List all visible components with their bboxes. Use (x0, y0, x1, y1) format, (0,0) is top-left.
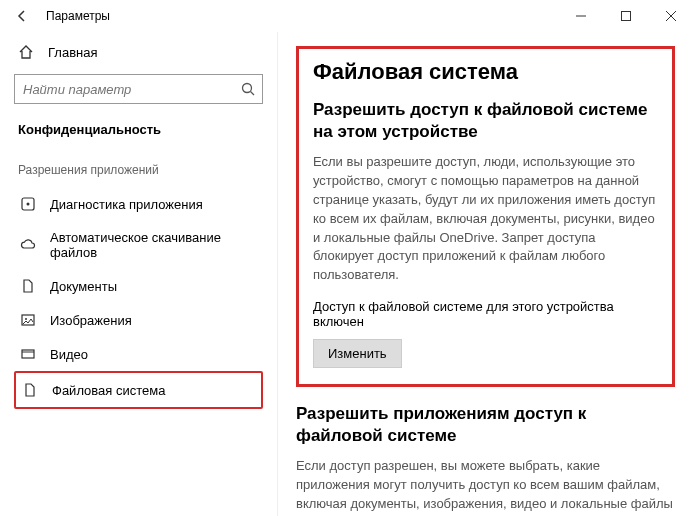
search-wrapper (14, 74, 263, 104)
app-permissions-heading: Разрешения приложений (14, 149, 263, 187)
access-status: Доступ к файловой системе для этого устр… (313, 299, 658, 329)
section2-title: Разрешить приложениям доступ к файловой … (296, 403, 675, 447)
video-icon (20, 346, 36, 362)
home-label: Главная (48, 45, 97, 60)
back-button[interactable] (8, 2, 36, 30)
maximize-button[interactable] (603, 0, 648, 32)
window-title: Параметры (46, 9, 110, 23)
sidebar-item-images[interactable]: Изображения (14, 303, 263, 337)
file-icon (22, 382, 38, 398)
diagnostics-icon (20, 196, 36, 212)
sidebar: Главная Конфиденциальность Разрешения пр… (0, 32, 278, 516)
content-area: Файловая система Разрешить доступ к файл… (278, 32, 693, 516)
svg-rect-10 (22, 350, 34, 358)
privacy-heading: Конфиденциальность (14, 116, 263, 149)
change-button[interactable]: Изменить (313, 339, 402, 368)
sidebar-item-diagnostics[interactable]: Диагностика приложения (14, 187, 263, 221)
sidebar-item-label: Автоматическое скачивание файлов (50, 230, 257, 260)
sidebar-item-label: Файловая система (52, 383, 165, 398)
svg-point-9 (25, 318, 27, 320)
close-button[interactable] (648, 0, 693, 32)
svg-point-4 (243, 84, 252, 93)
sidebar-item-label: Изображения (50, 313, 132, 328)
sidebar-item-label: Диагностика приложения (50, 197, 203, 212)
highlighted-section: Файловая система Разрешить доступ к файл… (296, 46, 675, 387)
svg-line-5 (251, 92, 255, 96)
search-icon (241, 82, 255, 96)
titlebar: Параметры (0, 0, 693, 32)
section1-desc: Если вы разрешите доступ, люди, использу… (313, 153, 658, 285)
sidebar-item-filesystem[interactable]: Файловая система (14, 371, 263, 409)
svg-point-7 (27, 203, 30, 206)
image-icon (20, 312, 36, 328)
page-title: Файловая система (313, 59, 658, 85)
home-icon (18, 44, 34, 60)
sidebar-item-label: Документы (50, 279, 117, 294)
section1-title: Разрешить доступ к файловой системе на э… (313, 99, 658, 143)
sidebar-item-video[interactable]: Видео (14, 337, 263, 371)
section2-desc: Если доступ разрешен, вы можете выбрать,… (296, 457, 675, 516)
sidebar-item-label: Видео (50, 347, 88, 362)
cloud-download-icon (20, 237, 36, 253)
document-icon (20, 278, 36, 294)
minimize-button[interactable] (558, 0, 603, 32)
sidebar-item-documents[interactable]: Документы (14, 269, 263, 303)
svg-rect-1 (621, 12, 630, 21)
search-input[interactable] (14, 74, 263, 104)
sidebar-item-auto-download[interactable]: Автоматическое скачивание файлов (14, 221, 263, 269)
home-link[interactable]: Главная (14, 38, 263, 66)
